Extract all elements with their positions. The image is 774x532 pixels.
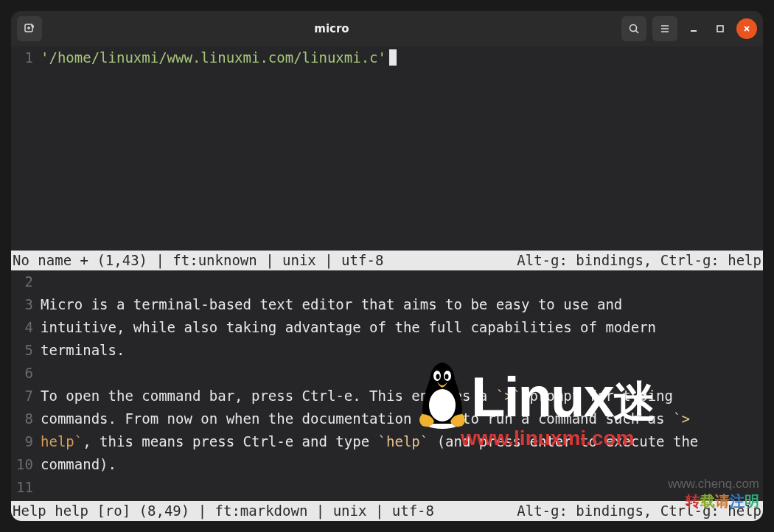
line-number: 8 <box>11 409 41 429</box>
close-button[interactable] <box>736 18 757 39</box>
line-content[interactable] <box>41 477 45 497</box>
line-number: 5 <box>11 340 41 360</box>
line-number: 3 <box>11 295 41 315</box>
line-number: 7 <box>11 386 41 406</box>
app-window: micro <box>11 11 763 521</box>
editor-line[interactable]: 2 <box>11 270 763 293</box>
line-content[interactable] <box>41 363 45 383</box>
editor-line[interactable]: 8commands. From now on when the document… <box>11 407 763 430</box>
line-content[interactable]: terminals. <box>41 340 129 360</box>
line-number: 6 <box>11 363 41 383</box>
editor-line[interactable]: 4intuitive, while also taking advantage … <box>11 316 763 339</box>
editor-pane-bottom[interactable]: 23Micro is a terminal-based text editor … <box>11 270 763 501</box>
new-tab-button[interactable] <box>17 16 42 41</box>
svg-line-4 <box>636 31 639 34</box>
line-content[interactable]: commands. From now on when the documenta… <box>41 409 694 429</box>
search-button[interactable] <box>621 16 646 41</box>
line-content[interactable]: intuitive, while also taking advantage o… <box>41 318 660 337</box>
editor-line[interactable]: 11 <box>11 476 763 499</box>
hamburger-menu-icon <box>659 23 671 35</box>
line-content[interactable]: To open the command bar, press Ctrl-e. T… <box>41 386 677 406</box>
line-content[interactable]: '/home/linuxmi/www.linuxmi.com/linuxmi.c… <box>41 48 401 68</box>
status-bar-top: No name + (1,43) | ft:unknown | unix | u… <box>11 251 763 270</box>
minimize-icon <box>689 24 698 33</box>
search-icon <box>628 23 640 35</box>
line-number: 4 <box>11 318 41 337</box>
window-title: micro <box>48 22 616 35</box>
editor-line[interactable]: 6 <box>11 362 763 385</box>
editor-pane-top[interactable]: 1'/home/linuxmi/www.linuxmi.com/linuxmi.… <box>11 46 763 251</box>
status-bar-bottom: Help help [ro] (8,49) | ft:markdown | un… <box>11 501 763 521</box>
minimize-button[interactable] <box>683 18 704 39</box>
status-left: Help help [ro] (8,49) | ft:markdown | un… <box>13 501 434 521</box>
editor-line[interactable]: 5terminals. <box>11 339 763 362</box>
titlebar: micro <box>11 11 763 46</box>
status-left: No name + (1,43) | ft:unknown | unix | u… <box>13 251 383 270</box>
line-content[interactable] <box>41 272 45 292</box>
editor-line[interactable]: 10command). <box>11 453 763 476</box>
line-content[interactable]: Micro is a terminal-based text editor th… <box>41 295 627 315</box>
line-content[interactable]: help`, this means press Ctrl-e and type … <box>41 432 702 452</box>
svg-point-3 <box>630 25 637 32</box>
line-number: 10 <box>11 455 41 475</box>
line-number: 11 <box>11 477 41 497</box>
editor-line[interactable]: 1'/home/linuxmi/www.linuxmi.com/linuxmi.… <box>11 46 763 69</box>
text-cursor <box>389 49 397 66</box>
maximize-button[interactable] <box>710 18 731 39</box>
line-number: 2 <box>11 272 41 292</box>
editor-line[interactable]: 7To open the command bar, press Ctrl-e. … <box>11 385 763 407</box>
status-right: Alt-g: bindings, Ctrl-g: help <box>517 501 761 521</box>
status-right: Alt-g: bindings, Ctrl-g: help <box>517 251 761 270</box>
close-icon <box>742 24 751 33</box>
svg-rect-9 <box>717 26 723 32</box>
maximize-icon <box>716 24 725 33</box>
line-content[interactable]: command). <box>41 455 121 475</box>
line-number: 1 <box>11 48 41 68</box>
editor-line[interactable]: 9help`, this means press Ctrl-e and type… <box>11 430 763 453</box>
line-number: 9 <box>11 432 41 452</box>
new-tab-icon <box>24 23 35 35</box>
menu-button[interactable] <box>652 16 677 41</box>
editor-line[interactable]: 3Micro is a terminal-based text editor t… <box>11 293 763 316</box>
editor-area: 1'/home/linuxmi/www.linuxmi.com/linuxmi.… <box>11 46 763 521</box>
